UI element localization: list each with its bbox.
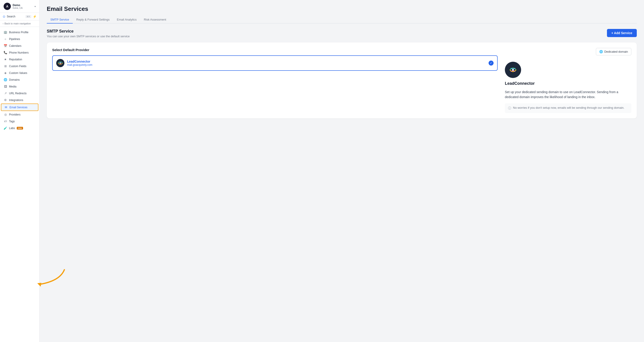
labs-icon: 🧪 bbox=[4, 126, 7, 130]
reputation-icon: ★ bbox=[4, 58, 7, 61]
search-icon: ⊙ bbox=[3, 15, 6, 18]
lightning-icon: ⚡ bbox=[33, 15, 36, 18]
phone-numbers-icon: 📞 bbox=[4, 51, 7, 54]
tags-label: Tags bbox=[9, 120, 15, 123]
sidebar-item-domains[interactable]: 🌐Domains bbox=[1, 76, 38, 83]
sidebar-user-section[interactable]: A Demo Irvine, CA ▾ bbox=[0, 0, 39, 13]
sidebar-item-custom-values[interactable]: ◈Custom Values bbox=[1, 70, 38, 76]
media-icon: 🖼 bbox=[4, 85, 7, 88]
provider-logo bbox=[56, 59, 64, 67]
phone-numbers-label: Phone Numbers bbox=[9, 51, 29, 54]
pipelines-label: Pipelines bbox=[9, 38, 20, 41]
dedicated-domain-panel: 🌐 Dedicated domain Lead bbox=[505, 48, 631, 113]
smtp-grid: Select Default Provider LeadCo bbox=[47, 43, 637, 118]
info-icon: ⓘ bbox=[508, 106, 511, 110]
tab-smtp[interactable]: SMTP Service bbox=[47, 16, 73, 24]
avatar: A bbox=[4, 3, 11, 10]
business-profile-label: Business Profile bbox=[9, 31, 28, 34]
labs-label: Labs bbox=[9, 127, 15, 130]
calendars-icon: 📅 bbox=[4, 44, 7, 48]
sidebar-nav: 🏢Business Profile⟐Pipelines📅Calendars📞Ph… bbox=[0, 27, 39, 342]
providers-icon: ◎ bbox=[4, 113, 7, 116]
chevron-left-icon: ‹ bbox=[3, 22, 4, 25]
content-area: Email Services SMTP ServiceReply & Forwa… bbox=[40, 0, 644, 342]
leadconnector-description: Set up your dedicated sending domain to … bbox=[505, 90, 622, 100]
provider-info: LeadConnector mail.goacquirely.com bbox=[67, 60, 486, 67]
add-service-button[interactable]: + Add Service bbox=[607, 29, 637, 37]
tags-icon: 🏷 bbox=[4, 120, 7, 123]
custom-fields-icon: ⊞ bbox=[4, 64, 7, 68]
svg-point-3 bbox=[512, 69, 514, 71]
main-content: Email Services SMTP ServiceReply & Forwa… bbox=[40, 0, 644, 342]
search-shortcut: ⌘K bbox=[25, 15, 32, 18]
sidebar-item-pipelines[interactable]: ⟐Pipelines bbox=[1, 36, 38, 42]
sidebar-item-calendars[interactable]: 📅Calendars bbox=[1, 43, 38, 49]
sidebar-item-media[interactable]: 🖼Media bbox=[1, 83, 38, 90]
reputation-label: Reputation bbox=[9, 58, 22, 61]
back-navigation[interactable]: ‹ Back to main navigation bbox=[0, 20, 39, 27]
leadconnector-name: LeadConnector bbox=[505, 81, 535, 86]
business-profile-icon: 🏢 bbox=[4, 31, 7, 34]
email-services-icon: ✉ bbox=[4, 106, 8, 109]
provider-name: LeadConnector bbox=[67, 60, 486, 63]
section-description: You can use your own SMTP services or us… bbox=[47, 35, 130, 38]
integrations-label: Integrations bbox=[9, 99, 23, 102]
sidebar-item-business-profile[interactable]: 🏢Business Profile bbox=[1, 29, 38, 36]
globe-icon: 🌐 bbox=[599, 50, 603, 53]
pipelines-icon: ⟐ bbox=[4, 37, 7, 41]
sidebar-item-labs[interactable]: 🧪Labsnew bbox=[1, 125, 38, 131]
tabs-bar: SMTP ServiceReply & Forward SettingsEmai… bbox=[47, 16, 637, 24]
tab-reply-forward[interactable]: Reply & Forward Settings bbox=[73, 16, 113, 24]
back-nav-label: Back to main navigation bbox=[4, 22, 31, 25]
tab-risk[interactable]: Risk Assessment bbox=[140, 16, 170, 24]
section-header: SMTP Service You can use your own SMTP s… bbox=[47, 29, 637, 38]
search-label: Search bbox=[7, 15, 24, 18]
tab-analytics[interactable]: Email Analytics bbox=[113, 16, 140, 24]
sidebar-item-custom-fields[interactable]: ⊞Custom Fields bbox=[1, 63, 38, 69]
right-panel-content: LeadConnector Set up your dedicated send… bbox=[505, 60, 631, 113]
provider-selection-panel: Select Default Provider LeadCo bbox=[52, 48, 498, 113]
custom-values-label: Custom Values bbox=[9, 72, 27, 75]
url-redirects-icon: ↗ bbox=[4, 92, 7, 95]
custom-fields-label: Custom Fields bbox=[9, 65, 26, 68]
email-services-label: Email Services bbox=[10, 106, 27, 109]
calendars-label: Calendars bbox=[9, 44, 22, 48]
info-text: No worries if you don't setup now, email… bbox=[513, 106, 624, 109]
svg-point-1 bbox=[60, 63, 61, 64]
sidebar: A Demo Irvine, CA ▾ ⊙ Search ⌘K ⚡ ‹ Back… bbox=[0, 0, 40, 342]
select-provider-title: Select Default Provider bbox=[52, 48, 498, 52]
labs-badge: new bbox=[17, 127, 23, 130]
provider-email: mail.goacquirely.com bbox=[67, 63, 486, 67]
user-location: Irvine, CA bbox=[13, 7, 33, 9]
sidebar-item-phone-numbers[interactable]: 📞Phone Numbers bbox=[1, 49, 38, 56]
sidebar-item-reputation[interactable]: ★Reputation bbox=[1, 56, 38, 63]
media-label: Media bbox=[9, 85, 16, 88]
domains-label: Domains bbox=[9, 78, 20, 81]
integrations-icon: ⚙ bbox=[4, 98, 7, 102]
user-name: Demo bbox=[13, 4, 33, 7]
search-bar[interactable]: ⊙ Search ⌘K ⚡ bbox=[0, 13, 39, 20]
section-title: SMTP Service bbox=[47, 29, 130, 34]
sidebar-item-url-redirects[interactable]: ↗URL Redirects bbox=[1, 90, 38, 97]
sidebar-item-integrations[interactable]: ⚙Integrations bbox=[1, 97, 38, 103]
leadconnector-logo-large bbox=[505, 62, 521, 78]
sidebar-item-providers[interactable]: ◎Providers bbox=[1, 111, 38, 118]
user-info: Demo Irvine, CA bbox=[13, 4, 33, 9]
domains-icon: 🌐 bbox=[4, 78, 7, 81]
url-redirects-label: URL Redirects bbox=[9, 92, 27, 95]
chevron-down-icon: ▾ bbox=[34, 5, 36, 8]
page-title: Email Services bbox=[47, 6, 637, 13]
provider-card-leadconnector[interactable]: LeadConnector mail.goacquirely.com ✓ bbox=[52, 55, 498, 71]
check-icon: ✓ bbox=[488, 61, 494, 66]
providers-label: Providers bbox=[9, 113, 20, 116]
dedicated-domain-button[interactable]: 🌐 Dedicated domain bbox=[596, 48, 631, 55]
info-notice: ⓘ No worries if you don't setup now, ema… bbox=[505, 103, 631, 113]
sidebar-item-email-services[interactable]: ✉Email Services bbox=[1, 104, 38, 111]
dedicated-domain-label: Dedicated domain bbox=[604, 50, 628, 53]
custom-values-icon: ◈ bbox=[4, 71, 7, 75]
sidebar-item-tags[interactable]: 🏷Tags bbox=[1, 118, 38, 125]
